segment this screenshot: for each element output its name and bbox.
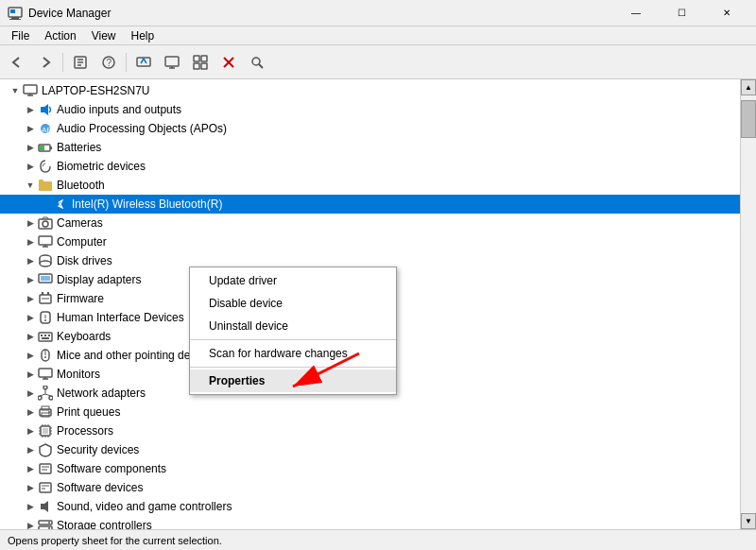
expander[interactable]: ▶ xyxy=(23,102,38,117)
status-text: Opens property sheet for the current sel… xyxy=(8,535,222,546)
expander[interactable]: ▶ xyxy=(23,253,38,268)
back-button[interactable] xyxy=(4,49,30,76)
expander[interactable]: ▶ xyxy=(23,291,38,306)
minimize-button[interactable]: — xyxy=(614,0,658,26)
tree-item-sound-video[interactable]: ▶ Sound, video and game controllers xyxy=(0,497,740,516)
tree-item-software-components[interactable]: ▶ Software components xyxy=(0,459,740,478)
tree-item-label: Storage controllers xyxy=(57,519,152,529)
tree-item-label: Computer xyxy=(57,235,107,249)
display-icon xyxy=(38,272,53,287)
sound-icon xyxy=(38,499,53,514)
svg-rect-17 xyxy=(201,63,207,69)
context-menu-update-driver[interactable]: Update driver xyxy=(190,269,396,292)
expander[interactable]: ▶ xyxy=(23,461,38,476)
expander[interactable]: ▶ xyxy=(23,404,38,420)
tree-item-batteries[interactable]: ▶ Batteries xyxy=(0,138,740,157)
svg-point-98 xyxy=(48,527,50,529)
scan-toolbar-button[interactable] xyxy=(244,49,270,76)
tree-item-print[interactable]: ▶ Print queues xyxy=(0,403,740,421)
svg-rect-75 xyxy=(43,428,48,434)
svg-point-35 xyxy=(43,221,48,227)
main-content: ▼ LAPTOP-ESH2SN7U ▶ Audio inputs and out xyxy=(0,79,756,529)
expander[interactable]: ▶ xyxy=(23,272,38,287)
tree-item-computer[interactable]: ▶ Computer xyxy=(0,232,740,251)
context-menu-uninstall-device[interactable]: Uninstall device xyxy=(190,315,396,337)
svg-rect-36 xyxy=(39,236,52,245)
tree-item-label: Firmware xyxy=(57,292,104,305)
expander[interactable]: ▶ xyxy=(23,423,38,438)
context-menu-disable-device[interactable]: Disable device xyxy=(190,292,396,315)
svg-rect-55 xyxy=(44,335,46,336)
expander[interactable]: ▶ xyxy=(23,310,38,325)
close-button[interactable]: ✕ xyxy=(705,0,748,26)
expander[interactable]: ▶ xyxy=(23,499,38,514)
tree-item-label: Software components xyxy=(57,462,166,475)
vertical-scrollbar[interactable]: ▲ ▼ xyxy=(740,79,756,529)
forward-button[interactable] xyxy=(32,49,59,76)
processor-icon xyxy=(38,423,53,438)
toolbar-sep-2 xyxy=(126,53,127,72)
expander[interactable]: ▶ xyxy=(23,386,38,401)
help-toolbar-button[interactable]: ? xyxy=(95,49,122,76)
tree-item-cameras[interactable]: ▶ Cameras xyxy=(0,214,740,232)
monitor-toolbar-button[interactable] xyxy=(159,49,185,76)
tree-item-security[interactable]: ▶ Security devices xyxy=(0,440,740,459)
expander[interactable]: ▶ xyxy=(23,215,38,231)
expander[interactable]: ▶ xyxy=(23,480,38,495)
properties-toolbar-button[interactable] xyxy=(67,49,94,76)
expander[interactable]: ▶ xyxy=(23,367,38,382)
expander[interactable]: ▶ xyxy=(23,121,38,136)
hid-icon xyxy=(38,310,53,325)
tree-item-software-devices[interactable]: ▶ Software devices xyxy=(0,478,740,497)
svg-point-65 xyxy=(38,396,42,400)
expander[interactable]: ▶ xyxy=(23,159,38,174)
expander[interactable]: ▶ xyxy=(23,518,38,529)
svg-point-64 xyxy=(43,386,47,389)
tree-item-intel-bluetooth[interactable]: Intel(R) Wireless Bluetooth(R) xyxy=(0,195,740,214)
expander[interactable]: ▶ xyxy=(23,329,38,344)
maximize-button[interactable]: ☐ xyxy=(660,0,703,26)
scroll-track[interactable] xyxy=(741,95,756,513)
scroll-up-button[interactable]: ▲ xyxy=(741,79,756,95)
tree-item-label: Monitors xyxy=(57,368,100,381)
tree-item-audio-inputs[interactable]: ▶ Audio inputs and outputs xyxy=(0,100,740,119)
svg-rect-57 xyxy=(42,337,49,339)
scroll-thumb[interactable] xyxy=(741,100,756,138)
update-driver-toolbar-button[interactable] xyxy=(130,49,157,76)
root-label: LAPTOP-ESH2SN7U xyxy=(42,84,150,97)
devices-toolbar-button[interactable] xyxy=(187,49,214,76)
svg-point-60 xyxy=(44,356,46,358)
tree-item-biometric[interactable]: ▶ Biometric devices xyxy=(0,157,740,176)
menu-file[interactable]: File xyxy=(4,27,37,44)
expander[interactable]: ▶ xyxy=(23,442,38,457)
context-menu-scan-hardware[interactable]: Scan for hardware changes xyxy=(190,342,396,365)
device-tree[interactable]: ▼ LAPTOP-ESH2SN7U ▶ Audio inputs and out xyxy=(0,79,740,529)
menu-action[interactable]: Action xyxy=(37,27,83,44)
expander[interactable]: ▶ xyxy=(23,348,38,363)
menu-view[interactable]: View xyxy=(84,27,124,44)
tree-root-item[interactable]: ▼ LAPTOP-ESH2SN7U xyxy=(0,81,740,100)
svg-rect-88 xyxy=(40,464,51,473)
root-expander[interactable]: ▼ xyxy=(8,83,23,98)
remove-toolbar-button[interactable] xyxy=(215,49,242,76)
context-menu-properties[interactable]: Properties xyxy=(190,370,396,392)
svg-rect-14 xyxy=(194,56,199,61)
computer-icon xyxy=(23,83,38,98)
tree-item-label: Security devices xyxy=(57,443,139,456)
tree-item-audio-processing[interactable]: ▶ APO Audio Processing Objects (APOs) xyxy=(0,119,740,138)
svg-rect-61 xyxy=(39,369,52,377)
expander[interactable]: ▶ xyxy=(23,140,38,155)
tree-item-storage[interactable]: ▶ Storage controllers xyxy=(0,516,740,529)
software-icon xyxy=(38,461,53,476)
svg-rect-54 xyxy=(41,335,43,336)
expander[interactable]: ▼ xyxy=(23,178,38,193)
expander[interactable]: ▶ xyxy=(23,234,38,249)
scroll-down-button[interactable]: ▼ xyxy=(741,513,756,529)
menu-help[interactable]: Help xyxy=(124,27,163,44)
camera-icon xyxy=(38,215,53,231)
tree-item-label: Software devices xyxy=(57,481,143,494)
svg-text:APO: APO xyxy=(42,126,53,134)
storage-icon xyxy=(38,518,53,529)
tree-item-bluetooth[interactable]: ▼ Bluetooth xyxy=(0,176,740,195)
tree-item-processors[interactable]: ▶ Proces xyxy=(0,421,740,440)
